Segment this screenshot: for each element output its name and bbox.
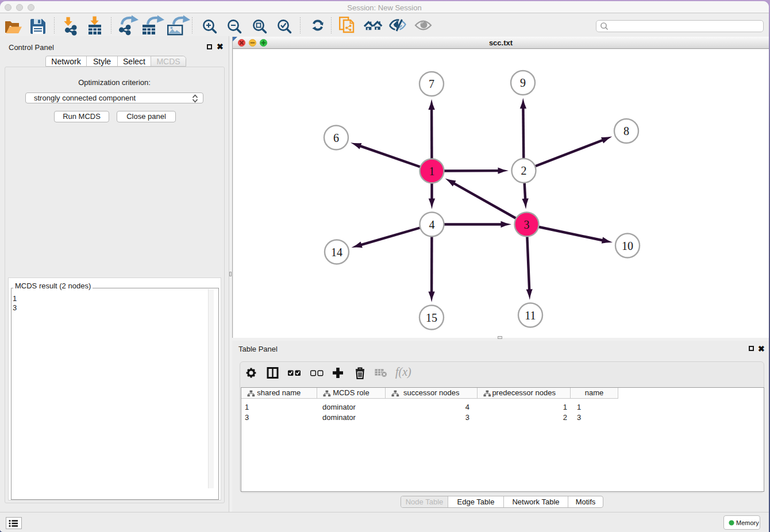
svg-text:8: 8 (623, 125, 629, 137)
svg-text:2: 2 (521, 164, 527, 177)
svg-text:1: 1 (429, 165, 435, 178)
svg-text:11: 11 (525, 309, 536, 322)
svg-text:9: 9 (520, 76, 526, 89)
svg-text:14: 14 (331, 246, 342, 259)
svg-text:4: 4 (429, 218, 435, 231)
svg-text:7: 7 (429, 78, 434, 90)
svg-text:15: 15 (426, 311, 437, 324)
svg-text:3: 3 (524, 218, 530, 231)
svg-text:6: 6 (333, 132, 339, 144)
svg-text:10: 10 (622, 240, 633, 252)
